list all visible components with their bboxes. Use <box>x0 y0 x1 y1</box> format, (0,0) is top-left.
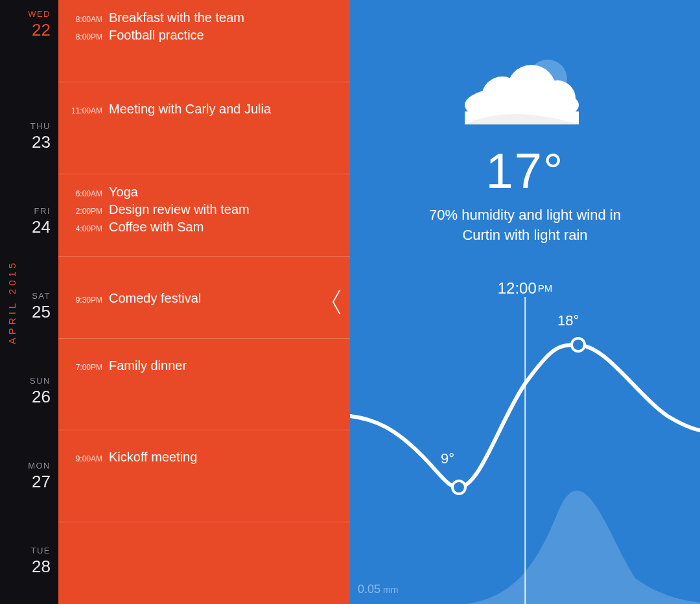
day-number: 23 <box>32 132 51 152</box>
time-value: 12:00 <box>498 279 537 297</box>
weather-panel: 17° 70% humidity and light wind in Curti… <box>350 0 700 604</box>
selected-time: 12:00PM <box>350 279 700 297</box>
event[interactable]: 4:00PMCoffee with Sam <box>65 220 336 235</box>
event-time: 8:00AM <box>65 15 102 24</box>
event-title: Comedy festival <box>109 291 201 306</box>
date-cell-23[interactable]: THU23 <box>0 94 58 179</box>
agenda-row[interactable]: 11:00AMMeeting with Carly and Julia <box>58 82 350 174</box>
event-time: 9:00AM <box>65 454 102 463</box>
event-time: 6:00AM <box>65 189 102 198</box>
event-time: 4:00PM <box>65 224 102 233</box>
agenda-row[interactable] <box>58 522 350 604</box>
day-number: 25 <box>32 302 51 322</box>
event[interactable]: 6:00AMYoga <box>65 185 336 200</box>
day-number: 27 <box>32 472 51 492</box>
agenda-row[interactable]: 8:00AMBreakfast with the team8:00PMFootb… <box>58 0 350 82</box>
event-title: Family dinner <box>109 358 187 373</box>
event[interactable]: 9:00AMKickoff meeting <box>65 450 336 465</box>
event-title: Design review with team <box>109 202 250 217</box>
temperature: 17° <box>350 143 700 199</box>
temperature-chart[interactable] <box>350 306 700 604</box>
day-number: 24 <box>32 217 51 237</box>
event[interactable]: 8:00PMFootball practice <box>65 28 336 43</box>
day-of-week: SUN <box>30 376 51 386</box>
svg-point-7 <box>572 338 585 351</box>
precip-unit: mm <box>383 585 398 595</box>
event-title: Kickoff meeting <box>109 450 197 465</box>
peak-temp-label: 18° <box>557 312 579 329</box>
chevron-left-icon[interactable] <box>331 289 342 315</box>
summary-line: Curtin with light rain <box>462 227 587 243</box>
svg-point-6 <box>452 481 465 494</box>
cloud-sun-icon <box>457 52 593 130</box>
day-of-week: WED <box>28 9 51 19</box>
event-time: 8:00PM <box>65 32 102 41</box>
month-label: APRIL 2015 <box>6 260 18 344</box>
event-title: Meeting with Carly and Julia <box>109 102 271 117</box>
agenda-row[interactable]: 9:00AMKickoff meeting <box>58 430 350 522</box>
event-time: 11:00AM <box>65 106 102 115</box>
day-number: 22 <box>32 20 51 40</box>
day-number: 26 <box>32 387 51 407</box>
svg-point-4 <box>539 80 576 117</box>
agenda-row[interactable]: 9:30PMComedy festival <box>58 257 350 339</box>
event[interactable]: 11:00AMMeeting with Carly and Julia <box>65 102 336 117</box>
event[interactable]: 2:00PMDesign review with team <box>65 202 336 217</box>
event[interactable]: 9:30PMComedy festival <box>65 291 336 306</box>
summary-line: 70% humidity and light wind in <box>429 207 621 223</box>
day-of-week: TUE <box>31 546 51 555</box>
agenda-row[interactable]: 6:00AMYoga2:00PMDesign review with team4… <box>58 174 350 257</box>
weather-summary: 70% humidity and light wind in Curtin wi… <box>395 205 655 246</box>
time-ampm: PM <box>538 283 553 294</box>
date-cell-27[interactable]: MON27 <box>0 434 58 519</box>
event[interactable]: 8:00AMBreakfast with the team <box>65 10 336 25</box>
date-rail: APRIL 2015 WED22THU23FRI24SAT25SUN26MON2… <box>0 0 58 604</box>
event-time: 7:00PM <box>65 363 102 372</box>
event-title: Coffee with Sam <box>109 220 204 235</box>
event-title: Football practice <box>109 28 204 43</box>
event-time: 2:00PM <box>65 207 102 216</box>
date-cell-28[interactable]: TUE28 <box>0 519 58 604</box>
event-title: Breakfast with the team <box>109 10 244 25</box>
day-of-week: MON <box>28 461 51 470</box>
low-temp-label: 9° <box>441 450 454 467</box>
agenda-panel: 8:00AMBreakfast with the team8:00PMFootb… <box>58 0 350 604</box>
date-cell-22[interactable]: WED22 <box>0 0 58 94</box>
day-of-week: FRI <box>34 206 51 216</box>
day-of-week: SAT <box>32 291 51 301</box>
agenda-row[interactable]: 7:00PMFamily dinner <box>58 339 350 430</box>
day-number: 28 <box>32 557 51 577</box>
event-title: Yoga <box>109 185 138 200</box>
event-time: 9:30PM <box>65 296 102 305</box>
date-cell-24[interactable]: FRI24 <box>0 179 58 264</box>
event[interactable]: 7:00PMFamily dinner <box>65 358 336 373</box>
precip-label: 0.05mm <box>358 583 398 596</box>
precip-value: 0.05 <box>358 583 380 596</box>
date-cell-26[interactable]: SUN26 <box>0 349 58 434</box>
day-of-week: THU <box>30 121 51 131</box>
